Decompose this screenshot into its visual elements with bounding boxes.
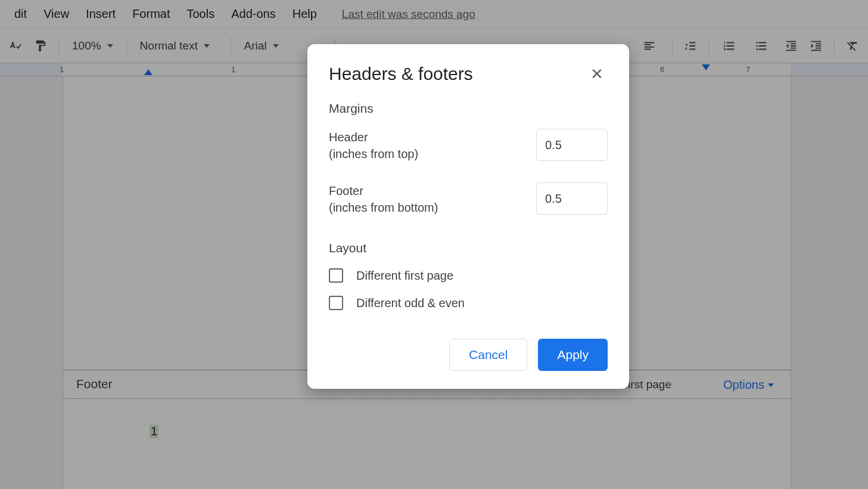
- different-odd-even-checkbox[interactable]: Different odd & even: [329, 296, 608, 310]
- checkbox-label: Different odd & even: [356, 296, 465, 310]
- dialog-title: Headers & footers: [329, 64, 473, 84]
- checkbox-icon: [329, 268, 343, 283]
- apply-button[interactable]: Apply: [538, 339, 608, 371]
- checkbox-label: Different first page: [356, 269, 453, 283]
- header-margin-label: Header (inches from top): [329, 129, 418, 162]
- footer-margin-label: Footer (inches from bottom): [329, 182, 438, 216]
- header-margin-input[interactable]: [536, 129, 608, 161]
- footer-margin-input[interactable]: [536, 182, 608, 215]
- cancel-button[interactable]: Cancel: [449, 339, 527, 371]
- different-first-page-checkbox[interactable]: Different first page: [329, 268, 608, 283]
- checkbox-icon: [329, 296, 343, 310]
- close-icon: ✕: [590, 65, 603, 83]
- headers-footers-dialog: Headers & footers ✕ Margins Header (inch…: [307, 44, 629, 389]
- layout-section-label: Layout: [329, 241, 608, 255]
- close-button[interactable]: ✕: [586, 63, 608, 85]
- margins-section-label: Margins: [329, 101, 608, 116]
